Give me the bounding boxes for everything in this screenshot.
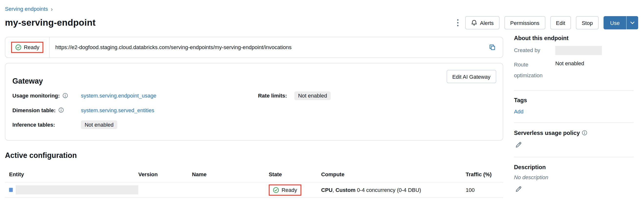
serving-endpoint-page: Serving endpoints › my-serving-endpoint … <box>0 0 644 220</box>
compute-cell: CPU, Custom 0-4 concurrency (0-4 DBU) <box>321 187 466 193</box>
check-circle-icon <box>15 44 21 50</box>
compute-details: 0-4 concurrency (0-4 DBU) <box>356 187 421 193</box>
edit-description-button[interactable] <box>514 185 523 194</box>
endpoint-invocation-url: https://e2-dogfood.staging.cloud.databri… <box>50 44 484 50</box>
gateway-title: Gateway <box>12 77 496 86</box>
rate-limits-value: Not enabled <box>294 91 331 100</box>
about-sidebar: About this endpoint Created by Route opt… <box>514 30 634 195</box>
state-annotation-box: Ready <box>269 184 301 195</box>
column-header-traffic: Traffic (%) <box>466 171 503 177</box>
usage-monitoring-label: Usage monitoring: <box>12 92 60 98</box>
created-by-redacted <box>555 46 602 55</box>
breadcrumb-serving-endpoints-link[interactable]: Serving endpoints <box>5 6 48 12</box>
description-title: Description <box>514 164 634 170</box>
tags-title: Tags <box>514 97 634 103</box>
info-icon[interactable] <box>58 107 64 113</box>
column-header-state: State <box>269 171 321 177</box>
column-header-name: Name <box>192 171 269 177</box>
stop-button-label: Stop <box>582 20 593 26</box>
bell-icon <box>471 20 477 26</box>
inference-tables-value: Not enabled <box>81 120 117 129</box>
chevron-down-icon <box>630 21 634 24</box>
column-header-version: Version <box>138 171 192 177</box>
kebab-menu-button[interactable] <box>455 18 460 27</box>
dimension-table-link[interactable]: system.serving.served_entities <box>81 107 154 113</box>
table-row[interactable]: Ready CPU, Custom 0-4 concurrency (0-4 D… <box>5 182 503 198</box>
use-split-button: Use <box>604 16 638 29</box>
description-placeholder: No description <box>514 174 634 180</box>
pencil-icon <box>515 185 522 193</box>
permissions-button[interactable]: Permissions <box>504 16 545 29</box>
entity-model-icon <box>9 188 13 192</box>
active-configuration-title: Active configuration <box>5 151 503 160</box>
edit-ai-gateway-label: Edit AI Gateway <box>452 73 490 79</box>
sidebar-divider <box>514 157 634 157</box>
pencil-icon <box>515 141 522 148</box>
serverless-usage-policy-title: Serverless usage policy <box>514 130 580 136</box>
created-by-label: Created by <box>514 46 555 55</box>
info-icon[interactable] <box>62 93 68 98</box>
active-configuration-table: Entity Version Name State Compute Traffi… <box>5 171 503 198</box>
traffic-cell: 100 <box>466 187 503 193</box>
use-button-label: Use <box>610 20 620 26</box>
status-annotation-box: Ready <box>11 42 44 53</box>
sidebar-divider <box>514 123 634 123</box>
usage-monitoring-table-link[interactable]: system.serving.endpoint_usage <box>81 92 156 98</box>
sidebar-divider <box>514 90 634 91</box>
info-icon[interactable] <box>582 130 588 136</box>
column-header-entity: Entity <box>9 171 138 177</box>
entity-name-redacted <box>16 185 138 194</box>
alerts-button-label: Alerts <box>480 20 494 26</box>
edit-ai-gateway-button[interactable]: Edit AI Gateway <box>446 70 496 83</box>
breadcrumb: Serving endpoints › <box>5 6 638 12</box>
route-optimization-value: Not enabled <box>555 60 584 81</box>
breadcrumb-chevron-icon: › <box>51 6 53 12</box>
dimension-table-label: Dimension table: <box>12 107 56 113</box>
permissions-button-label: Permissions <box>510 20 540 26</box>
endpoint-state-badge: Ready <box>24 44 40 50</box>
column-header-compute: Compute <box>321 171 466 177</box>
compute-size: Custom <box>336 187 356 193</box>
edit-serverless-policy-button[interactable] <box>514 140 523 149</box>
edit-button-label: Edit <box>556 20 565 26</box>
compute-separator: , <box>332 187 336 193</box>
compute-type: CPU <box>321 187 332 193</box>
rate-limits-label: Rate limits: <box>258 92 287 98</box>
use-dropdown-button[interactable] <box>626 16 638 29</box>
about-endpoint-title: About this endpoint <box>514 35 634 41</box>
edit-button[interactable]: Edit <box>550 16 571 29</box>
endpoint-status-bar: Ready https://e2-dogfood.staging.cloud.d… <box>5 37 503 58</box>
header-actions: Alerts Permissions Edit Stop Use <box>455 16 638 29</box>
stop-button[interactable]: Stop <box>576 16 599 29</box>
use-button[interactable]: Use <box>604 16 626 29</box>
copy-url-button[interactable] <box>487 43 498 52</box>
served-entity-state: Ready <box>282 187 297 193</box>
copy-icon <box>489 44 496 51</box>
add-tag-link[interactable]: Add <box>514 108 524 115</box>
kebab-icon <box>457 19 458 26</box>
route-optimization-label: Route optimization <box>514 60 550 81</box>
inference-tables-label: Inference tables: <box>12 122 55 128</box>
page-title: my-serving-endpoint <box>5 17 96 28</box>
check-circle-icon <box>273 187 279 193</box>
alerts-button[interactable]: Alerts <box>465 16 500 29</box>
gateway-card: Edit AI Gateway Gateway Usage monitoring… <box>5 63 503 141</box>
